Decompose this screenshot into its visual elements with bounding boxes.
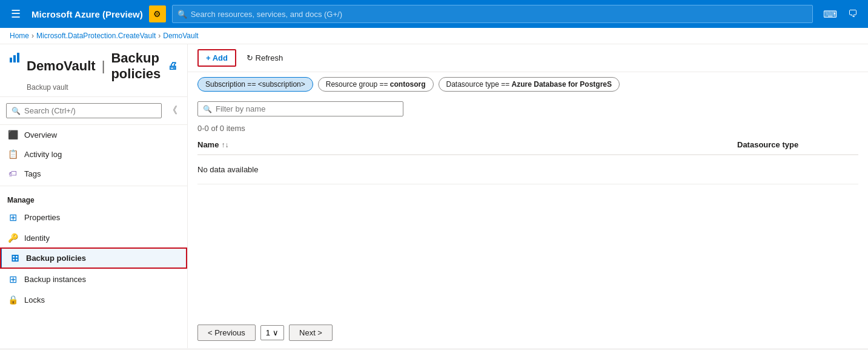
datasource-filter-pill[interactable]: Datasource type == Azure Database for Po… (439, 77, 620, 92)
table-header-row: Name ↑↓ Datasource type (197, 135, 858, 155)
sidebar-item-backup-policies[interactable]: ⊞ Backup policies (0, 247, 187, 269)
manage-section-label: Manage (0, 189, 187, 207)
items-count: 0-0 of 0 items (188, 121, 868, 135)
refresh-button[interactable]: ↻ Refresh (239, 50, 291, 66)
sidebar-item-tags[interactable]: 🏷 Tags (0, 164, 187, 183)
global-search-bar[interactable]: 🔍 (172, 5, 813, 23)
page-header-text: DemoVault | Backup policies 🖨 Backup vau… (27, 50, 177, 92)
no-data-row: No data available (197, 155, 858, 184)
sidebar-search-row: 🔍 《 (0, 97, 187, 125)
sidebar-divider (0, 186, 187, 186)
sidebar-label-tags: Tags (24, 169, 41, 178)
sidebar-label-backup-instances: Backup instances (24, 275, 86, 284)
page-section-title: Backup policies (111, 50, 162, 82)
sidebar-item-identity[interactable]: 🔑 Identity (0, 228, 187, 247)
identity-icon: 🔑 (7, 233, 18, 243)
chevron-down-icon: ∨ (273, 328, 279, 337)
pagination-row: < Previous 1 ∨ Next > (188, 317, 868, 348)
col-name-label: Name (197, 140, 219, 149)
page-header: DemoVault | Backup policies 🖨 Backup vau… (0, 44, 187, 97)
breadcrumb-sep2: › (158, 32, 161, 40)
filter-row: Subscription == <subscription> Resource … (188, 72, 868, 96)
app-title: Microsoft Azure (Preview) (31, 9, 143, 19)
subscription-filter-pill[interactable]: Subscription == <subscription> (197, 77, 313, 92)
filter-name-row: 🔍 (188, 96, 868, 121)
terminal-icon[interactable]: ⌨ (819, 5, 841, 23)
filter-name-input[interactable] (216, 104, 398, 113)
search-icon: 🔍 (177, 10, 187, 19)
sidebar-label-activity-log: Activity log (24, 150, 62, 159)
overview-icon: ⬛ (7, 130, 18, 140)
main-layout: DemoVault | Backup policies 🖨 Backup vau… (0, 44, 868, 348)
sidebar-label-backup-policies: Backup policies (26, 254, 86, 263)
sidebar-label-overview: Overview (24, 130, 57, 140)
page-subtitle: Backup vault (27, 83, 177, 92)
title-separator: | (102, 58, 105, 74)
sidebar-label-identity: Identity (24, 234, 50, 243)
content-toolbar: + Add ↻ Refresh (188, 44, 868, 72)
datasource-filter-label: Datasource type == Azure Database for Po… (446, 80, 612, 89)
table-col-datasource: Datasource type (737, 140, 858, 149)
breadcrumb-demo-vault[interactable]: DemoVault (163, 32, 198, 40)
vault-name: DemoVault (27, 58, 96, 74)
sidebar-item-properties[interactable]: ⊞ Properties (0, 207, 187, 228)
topbar: ☰ Microsoft Azure (Preview) ⚙ 🔍 ⌨ 🗨 (0, 0, 868, 28)
sidebar-item-backup-instances[interactable]: ⊞ Backup instances (0, 269, 187, 290)
tags-icon: 🏷 (7, 169, 18, 178)
breadcrumb-create-vault[interactable]: Microsoft.DataProtection.CreateVault (36, 32, 156, 40)
resource-group-filter-label: Resource group == contosorg (326, 80, 426, 89)
settings-badge-icon[interactable]: ⚙ (149, 5, 166, 22)
backup-policies-icon: ⊞ (9, 252, 20, 264)
breadcrumb-sep1: › (31, 32, 34, 40)
subscription-filter-label: Subscription == <subscription> (205, 80, 305, 89)
sidebar-collapse-button[interactable]: 《 (164, 102, 181, 119)
properties-icon: ⊞ (7, 212, 18, 223)
breadcrumb-home[interactable]: Home (10, 32, 29, 40)
data-table: Name ↑↓ Datasource type No data availabl… (188, 135, 868, 317)
sidebar-label-locks: Locks (24, 295, 45, 305)
sidebar: DemoVault | Backup policies 🖨 Backup vau… (0, 44, 188, 348)
sidebar-label-properties: Properties (24, 213, 60, 222)
filter-name-box[interactable]: 🔍 (197, 101, 403, 116)
page-number: 1 (266, 328, 270, 337)
sidebar-search-input[interactable] (24, 106, 156, 115)
sidebar-search-box[interactable]: 🔍 (6, 103, 162, 118)
table-bottom-border (197, 184, 858, 184)
backup-instances-icon: ⊞ (7, 274, 18, 285)
add-button[interactable]: + Add (197, 49, 236, 67)
topbar-right-actions: ⌨ 🗨 (819, 5, 862, 23)
hamburger-button[interactable]: ☰ (6, 5, 25, 23)
next-button[interactable]: Next > (289, 325, 333, 341)
sidebar-search-icon: 🔍 (12, 107, 21, 115)
filter-name-icon: 🔍 (203, 105, 212, 113)
sidebar-item-locks[interactable]: 🔒 Locks (0, 290, 187, 309)
page-number-select[interactable]: 1 ∨ (260, 325, 284, 340)
breadcrumb: Home › Microsoft.DataProtection.CreateVa… (0, 28, 868, 44)
locks-icon: 🔒 (7, 295, 18, 305)
page-header-icon (10, 53, 19, 62)
activity-log-icon: 📋 (7, 149, 18, 159)
feedback-icon[interactable]: 🗨 (844, 5, 862, 22)
sort-icon[interactable]: ↑↓ (221, 141, 228, 149)
resource-group-filter-pill[interactable]: Resource group == contosorg (318, 77, 434, 92)
table-col-name[interactable]: Name ↑↓ (197, 140, 737, 149)
content-area: + Add ↻ Refresh Subscription == <subscri… (188, 44, 868, 348)
global-search-input[interactable] (191, 10, 807, 19)
print-icon[interactable]: 🖨 (168, 61, 177, 72)
sidebar-item-overview[interactable]: ⬛ Overview (0, 125, 187, 144)
previous-button[interactable]: < Previous (197, 325, 256, 341)
page-title: DemoVault | Backup policies 🖨 (27, 50, 177, 82)
sidebar-item-activity-log[interactable]: 📋 Activity log (0, 144, 187, 164)
